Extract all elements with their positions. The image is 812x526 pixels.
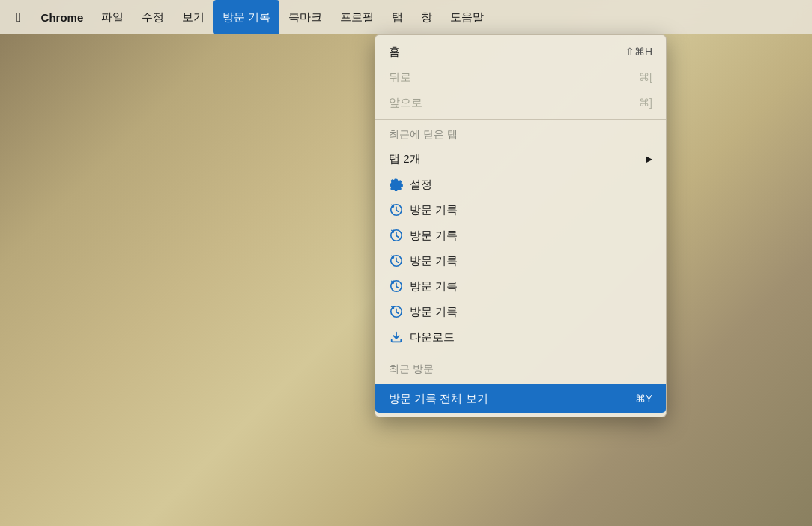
- menubar-edit[interactable]: 수정: [133, 0, 173, 34]
- menu-forward[interactable]: 앞으로 ⌘]: [375, 90, 666, 115]
- menu-tabs-2[interactable]: 탭 2개 ▶: [375, 146, 666, 172]
- menu-view-all[interactable]: 방문 기록 전체 보기 ⌘Y: [375, 384, 666, 413]
- history-1-label: 방문 기록: [410, 203, 458, 217]
- recent-tabs-header: 최근에 닫은 탭: [375, 124, 666, 146]
- menu-settings[interactable]: 설정: [375, 172, 666, 197]
- downloads-label: 다운로드: [410, 330, 455, 345]
- menubar-view[interactable]: 보기: [173, 0, 213, 34]
- forward-label: 앞으로: [389, 96, 422, 110]
- history-icon-5: [389, 304, 404, 319]
- history-icon-2: [389, 228, 404, 243]
- settings-label: 설정: [410, 178, 432, 192]
- menubar:  Chrome 파일 수정 보기 방문 기록 북마크 프로필 탭 창 도움말: [0, 0, 812, 34]
- menu-home[interactable]: 홈 ⇧⌘H: [375, 39, 666, 64]
- menubar-window[interactable]: 창: [412, 0, 441, 34]
- home-label: 홈: [389, 45, 400, 59]
- recent-visit-label: 최근 방문: [389, 363, 434, 376]
- svg-point-0: [395, 183, 399, 187]
- gear-icon: [389, 177, 404, 192]
- apple-menu[interactable]: : [6, 0, 32, 34]
- menubar-file[interactable]: 파일: [92, 0, 133, 34]
- history-icon-3: [389, 253, 404, 268]
- menubar-tab[interactable]: 탭: [383, 0, 412, 34]
- menubar-help[interactable]: 도움말: [441, 0, 493, 34]
- menubar-history[interactable]: 방문 기록: [213, 0, 279, 34]
- menu-history-1[interactable]: 방문 기록: [375, 197, 666, 223]
- history-4-label: 방문 기록: [410, 279, 458, 294]
- view-all-shortcut: ⌘Y: [635, 393, 652, 405]
- back-shortcut: ⌘[: [639, 71, 652, 83]
- tabs-2-arrow: ▶: [646, 154, 652, 164]
- recent-tabs-label: 최근에 닫은 탭: [389, 128, 458, 142]
- download-icon: [389, 330, 404, 345]
- menu-history-3[interactable]: 방문 기록: [375, 248, 666, 273]
- history-icon-1: [389, 202, 404, 217]
- menu-downloads[interactable]: 다운로드: [375, 324, 666, 350]
- view-all-label: 방문 기록 전체 보기: [389, 392, 488, 406]
- menu-back[interactable]: 뒤로 ⌘[: [375, 64, 666, 90]
- menubar-chrome[interactable]: Chrome: [32, 0, 93, 34]
- history-5-label: 방문 기록: [410, 305, 458, 319]
- history-dropdown: 홈 ⇧⌘H 뒤로 ⌘[ 앞으로 ⌘] 최근에 닫은 탭 탭 2개 ▶ 설정: [375, 34, 667, 417]
- separator-2: [375, 354, 666, 354]
- tabs-2-label: 탭 2개: [389, 152, 421, 166]
- menubar-bookmarks[interactable]: 북마크: [279, 0, 331, 34]
- menu-history-5[interactable]: 방문 기록: [375, 299, 666, 324]
- history-2-label: 방문 기록: [410, 229, 458, 243]
- home-shortcut: ⇧⌘H: [625, 46, 652, 58]
- forward-shortcut: ⌘]: [639, 97, 652, 109]
- menu-history-4[interactable]: 방문 기록: [375, 273, 666, 299]
- recent-visit-header: 최근 방문: [375, 358, 666, 381]
- separator-1: [375, 119, 666, 120]
- menubar-profile[interactable]: 프로필: [331, 0, 383, 34]
- menu-history-2[interactable]: 방문 기록: [375, 223, 666, 248]
- history-icon-4: [389, 279, 404, 294]
- history-3-label: 방문 기록: [410, 254, 458, 268]
- back-label: 뒤로: [389, 70, 411, 85]
